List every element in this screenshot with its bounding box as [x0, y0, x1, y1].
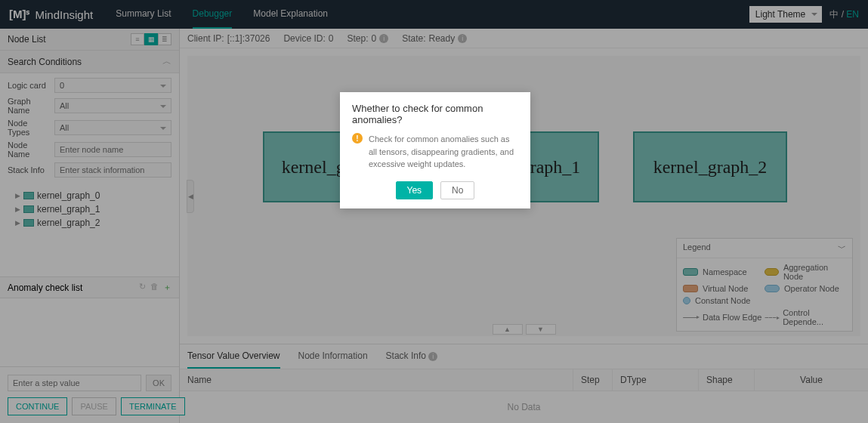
modal-body: ! Check for common anomalies such as all…: [352, 133, 518, 171]
warning-icon: !: [352, 133, 363, 144]
modal-title: Whether to check for common anomalies?: [352, 103, 518, 125]
anomaly-check-modal: Whether to check for common anomalies? !…: [340, 92, 530, 208]
modal-no-button[interactable]: No: [440, 181, 474, 199]
modal-message: Check for common anomalies such as all t…: [369, 133, 518, 171]
modal-actions: Yes No: [352, 181, 518, 199]
modal-yes-button[interactable]: Yes: [396, 181, 434, 199]
modal-overlay[interactable]: [0, 0, 868, 423]
